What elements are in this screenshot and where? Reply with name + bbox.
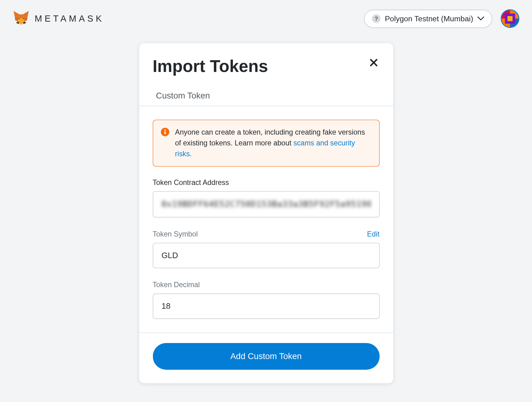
svg-rect-18 — [164, 131, 166, 134]
address-input[interactable]: 0x19BDFF64E52C750D153Ba33a3B5F92F5a95190 — [153, 191, 379, 217]
tab-custom-token[interactable]: Custom Token — [153, 84, 213, 106]
svg-marker-1 — [23, 11, 29, 18]
warning-box: Anyone can create a token, including cre… — [153, 120, 379, 166]
edit-symbol-link[interactable]: Edit — [367, 230, 379, 238]
header-right: ? Polygon Testnet (Mumbai) — [364, 9, 519, 28]
svg-point-10 — [23, 18, 24, 19]
svg-marker-0 — [14, 11, 19, 18]
modal-header: Import Tokens — [139, 43, 393, 84]
form-group-decimal: Token Decimal — [153, 281, 379, 319]
form-group-address: Token Contract Address 0x19BDFF64E52C750… — [153, 178, 379, 217]
modal-title: Import Tokens — [153, 57, 268, 76]
brand: METAMASK — [13, 9, 104, 28]
warning-text: Anyone can create a token, including cre… — [175, 127, 371, 159]
symbol-label: Token Symbol — [153, 230, 198, 238]
chevron-down-icon — [477, 15, 484, 23]
decimal-label: Token Decimal — [153, 281, 200, 289]
modal-footer: Add Custom Token — [139, 332, 393, 383]
brand-text: METAMASK — [35, 14, 104, 24]
address-label: Token Contract Address — [153, 178, 229, 186]
tab-bar: Custom Token — [139, 84, 393, 106]
address-value-masked: 0x19BDFF64E52C750D153Ba33a3B5F92F5a95190 — [162, 199, 371, 209]
svg-marker-6 — [19, 23, 23, 24]
svg-marker-2 — [19, 15, 23, 19]
symbol-input[interactable] — [153, 243, 379, 268]
form-group-symbol: Token Symbol Edit — [153, 230, 379, 268]
close-icon — [369, 61, 378, 68]
fox-icon — [13, 9, 30, 28]
svg-point-9 — [19, 18, 19, 19]
account-avatar[interactable] — [501, 9, 519, 28]
svg-point-17 — [164, 129, 165, 131]
import-tokens-modal: Import Tokens Custom Token — [139, 43, 393, 383]
network-selector[interactable]: ? Polygon Testnet (Mumbai) — [364, 10, 492, 28]
network-name: Polygon Testnet (Mumbai) — [385, 14, 473, 23]
svg-rect-15 — [508, 16, 513, 21]
network-status-icon: ? — [372, 15, 381, 23]
info-icon — [161, 127, 169, 159]
close-button[interactable] — [368, 57, 379, 70]
decimal-input[interactable] — [153, 293, 379, 319]
add-custom-token-button[interactable]: Add Custom Token — [153, 343, 379, 369]
app-header: METAMASK ? Polygon Testnet (Mumbai) — [0, 0, 532, 37]
modal-body: Anyone can create a token, including cre… — [139, 106, 393, 332]
